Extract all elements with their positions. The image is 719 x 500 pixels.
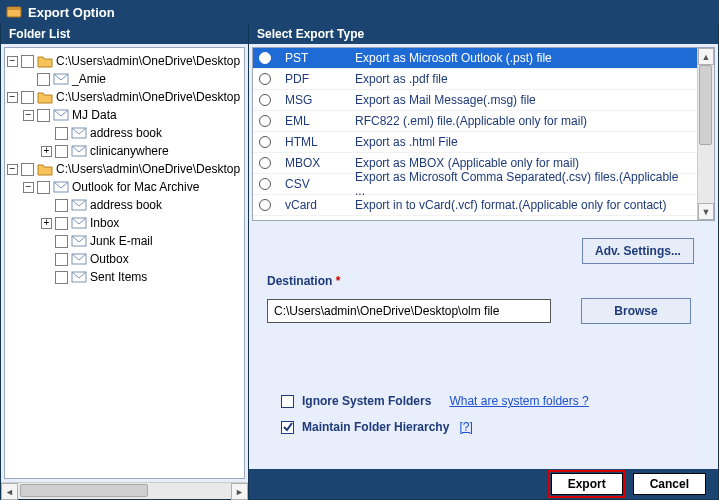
expand-placeholder: [23, 74, 34, 85]
expand-toggle[interactable]: +: [41, 218, 52, 229]
tree-label: C:\Users\admin\OneDrive\Desktop: [56, 52, 240, 70]
tree-node[interactable]: Outbox: [41, 250, 242, 268]
cancel-button[interactable]: Cancel: [633, 473, 706, 495]
scroll-track[interactable]: [18, 483, 231, 499]
checkbox[interactable]: [55, 271, 68, 284]
destination-input[interactable]: [267, 299, 551, 323]
browse-button[interactable]: Browse: [581, 298, 691, 324]
horizontal-scrollbar[interactable]: ◄ ►: [1, 482, 248, 499]
mail-folder-icon: [71, 216, 87, 230]
vertical-scrollbar[interactable]: ▲ ▼: [697, 48, 714, 220]
scroll-up-button[interactable]: ▲: [698, 48, 714, 65]
radio-csv[interactable]: [259, 178, 271, 190]
tree-node[interactable]: Sent Items: [41, 268, 242, 286]
titlebar: Export Option: [0, 0, 719, 24]
tree-node[interactable]: − MJ Data: [23, 106, 242, 124]
export-desc: Export as Microsoft Comma Separated(.csv…: [355, 170, 691, 198]
mail-folder-icon: [53, 108, 69, 122]
checkbox[interactable]: [21, 163, 34, 176]
tree-label: address book: [90, 124, 162, 142]
radio-eml[interactable]: [259, 115, 271, 127]
radio-mbox[interactable]: [259, 157, 271, 169]
checkbox[interactable]: [55, 199, 68, 212]
export-type-list[interactable]: PSTExport as Microsoft Outlook (.pst) fi…: [253, 48, 697, 220]
radio-msg[interactable]: [259, 94, 271, 106]
radio-pdf[interactable]: [259, 73, 271, 85]
scroll-thumb[interactable]: [20, 484, 148, 497]
window-title: Export Option: [28, 5, 115, 20]
checkbox[interactable]: [55, 217, 68, 230]
ignore-system-folders-checkbox[interactable]: [281, 395, 294, 408]
expand-toggle[interactable]: −: [7, 164, 18, 175]
checkbox[interactable]: [37, 109, 50, 122]
system-folders-help-link[interactable]: What are system folders ?: [449, 394, 588, 408]
export-code: vCard: [285, 198, 341, 212]
ignore-system-folders-label: Ignore System Folders: [302, 394, 431, 408]
tree-node[interactable]: − C:\Users\admin\OneDrive\Desktop: [7, 52, 242, 70]
export-desc: RFC822 (.eml) file.(Applicable only for …: [355, 114, 691, 128]
tree-node[interactable]: _Amie: [23, 70, 242, 88]
export-code: HTML: [285, 135, 341, 149]
export-option-window: Export Option Folder List − C:\Users\adm…: [0, 0, 719, 500]
export-desc: Export as Mail Message(.msg) file: [355, 93, 691, 107]
checkbox[interactable]: [55, 127, 68, 140]
tree-node[interactable]: − Outlook for Mac Archive: [23, 178, 242, 196]
scroll-thumb[interactable]: [699, 65, 712, 145]
export-type-row-csv[interactable]: CSVExport as Microsoft Comma Separated(.…: [253, 174, 697, 195]
tree-label: Sent Items: [90, 268, 147, 286]
scroll-track[interactable]: [698, 65, 714, 203]
checkbox[interactable]: [55, 235, 68, 248]
maintain-hierarchy-help-link[interactable]: [?]: [459, 420, 472, 434]
tree-label: C:\Users\admin\OneDrive\Desktop: [56, 88, 240, 106]
export-type-row-html[interactable]: HTMLExport as .html File: [253, 132, 697, 153]
scroll-down-button[interactable]: ▼: [698, 203, 714, 220]
export-button[interactable]: Export: [551, 473, 623, 495]
mail-folder-icon: [53, 72, 69, 86]
checkbox[interactable]: [37, 181, 50, 194]
tree-label: Outlook for Mac Archive: [72, 178, 199, 196]
tree-node[interactable]: address book: [41, 124, 242, 142]
folder-tree-container: − C:\Users\admin\OneDrive\Desktop _Amie …: [4, 47, 245, 479]
folder-list-pane: Folder List − C:\Users\admin\OneDrive\De…: [1, 24, 249, 499]
folder-tree[interactable]: − C:\Users\admin\OneDrive\Desktop _Amie …: [5, 48, 244, 290]
export-type-row-eml[interactable]: EMLRFC822 (.eml) file.(Applicable only f…: [253, 111, 697, 132]
expand-toggle[interactable]: −: [7, 92, 18, 103]
expand-placeholder: [41, 200, 52, 211]
export-desc: Export as .html File: [355, 135, 691, 149]
tree-node[interactable]: address book: [41, 196, 242, 214]
maintain-hierarchy-label: Maintain Folder Hierarchy: [302, 420, 449, 434]
expand-toggle[interactable]: −: [23, 110, 34, 121]
export-desc: Export in to vCard(.vcf) format.(Applica…: [355, 198, 691, 212]
export-type-row-pdf[interactable]: PDFExport as .pdf file: [253, 69, 697, 90]
mail-folder-icon: [71, 270, 87, 284]
scroll-right-button[interactable]: ►: [231, 483, 248, 500]
tree-node[interactable]: − C:\Users\admin\OneDrive\Desktop: [7, 88, 242, 106]
checkbox[interactable]: [21, 91, 34, 104]
maintain-hierarchy-checkbox[interactable]: [281, 421, 294, 434]
tree-node[interactable]: + clinicanywhere: [41, 142, 242, 160]
adv-settings-button[interactable]: Adv. Settings...: [582, 238, 694, 264]
tree-node[interactable]: − C:\Users\admin\OneDrive\Desktop: [7, 160, 242, 178]
radio-vcard[interactable]: [259, 199, 271, 211]
checkbox[interactable]: [55, 253, 68, 266]
folder-icon: [37, 54, 53, 68]
radio-html[interactable]: [259, 136, 271, 148]
destination-row: Browse: [267, 298, 700, 324]
radio-pst[interactable]: [259, 52, 271, 64]
folder-icon: [37, 162, 53, 176]
export-type-row-msg[interactable]: MSGExport as Mail Message(.msg) file: [253, 90, 697, 111]
export-code: CSV: [285, 177, 341, 191]
expand-toggle[interactable]: −: [7, 56, 18, 67]
checkbox[interactable]: [55, 145, 68, 158]
checkbox[interactable]: [21, 55, 34, 68]
export-type-row-pst[interactable]: PSTExport as Microsoft Outlook (.pst) fi…: [253, 48, 697, 69]
export-type-row-vcard[interactable]: vCardExport in to vCard(.vcf) format.(Ap…: [253, 195, 697, 216]
expand-toggle[interactable]: −: [23, 182, 34, 193]
tree-label: Junk E-mail: [90, 232, 153, 250]
expand-toggle[interactable]: +: [41, 146, 52, 157]
tree-node[interactable]: Junk E-mail: [41, 232, 242, 250]
checkbox[interactable]: [37, 73, 50, 86]
tree-node[interactable]: + Inbox: [41, 214, 242, 232]
scroll-left-button[interactable]: ◄: [1, 483, 18, 500]
tree-label: address book: [90, 196, 162, 214]
